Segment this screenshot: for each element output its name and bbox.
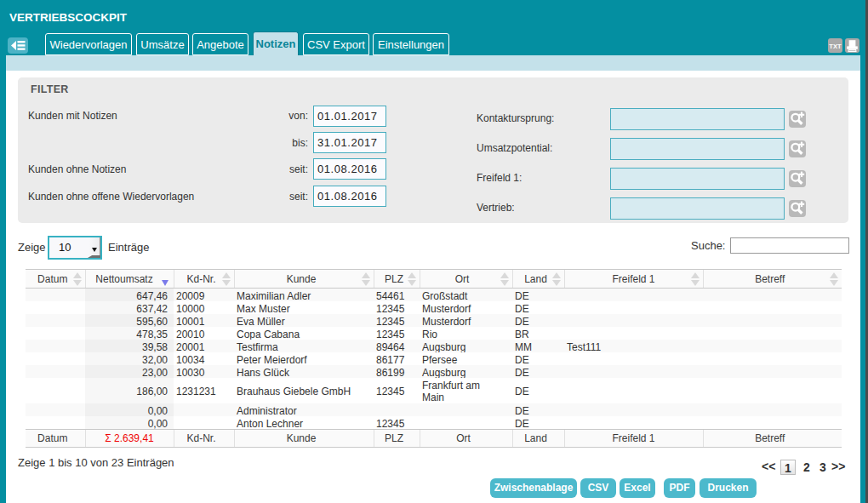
svg-text:TXT: TXT <box>829 43 842 50</box>
